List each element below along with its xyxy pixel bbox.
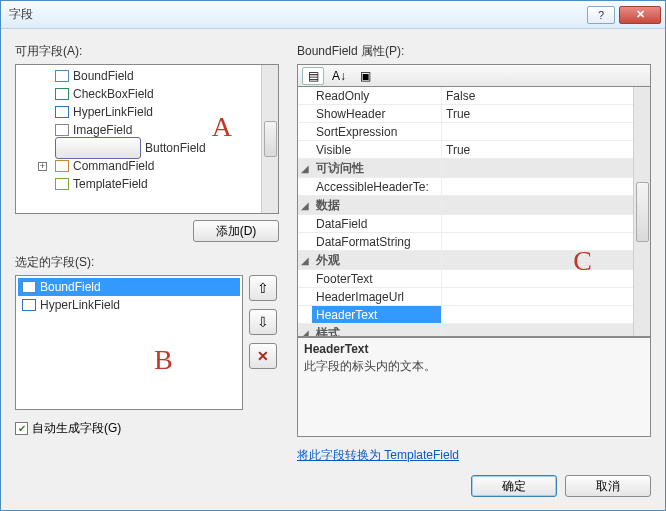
properties-label: BoundField 属性(P): (297, 43, 651, 60)
category-expander-icon (298, 87, 312, 104)
property-value[interactable] (442, 123, 633, 140)
field-type-icon (55, 70, 69, 82)
convert-templatefield-link[interactable]: 将此字段转换为 TemplateField (297, 447, 651, 464)
tree-item[interactable]: TemplateField (18, 175, 261, 193)
tree-item-label: HyperLinkField (73, 105, 153, 119)
property-row[interactable]: AccessibleHeaderTe: (298, 178, 633, 196)
dialog-footer: 确定 取消 (15, 464, 651, 500)
titlebar: 字段 ? ✕ (1, 1, 665, 29)
property-description-text: 此字段的标头内的文本。 (304, 358, 644, 375)
property-value (442, 251, 633, 269)
category-expander-icon (298, 233, 312, 250)
tree-expander-icon[interactable]: + (38, 162, 47, 171)
property-name: ReadOnly (312, 87, 442, 104)
main-area: 可用字段(A): BoundFieldCheckBoxFieldHyperLin… (15, 43, 651, 464)
property-grid[interactable]: ReadOnlyFalseShowHeaderTrueSortExpressio… (297, 87, 651, 337)
scroll-thumb[interactable] (636, 182, 649, 242)
category-expander-icon (298, 141, 312, 158)
property-name: Visible (312, 141, 442, 158)
property-name: HeaderText (312, 306, 442, 323)
property-row[interactable]: FooterText (298, 270, 633, 288)
ok-button[interactable]: 确定 (471, 475, 557, 497)
property-value[interactable]: False (442, 87, 633, 104)
autogen-checkbox[interactable]: ✔ (15, 422, 28, 435)
tree-item[interactable]: ButtonField (18, 139, 261, 157)
right-column: BoundField 属性(P): ▤ A↓ ▣ ReadOnlyFalseSh… (297, 43, 651, 464)
alpha-sort-button[interactable]: A↓ (328, 67, 350, 85)
property-name: HeaderImageUrl (312, 288, 442, 305)
property-row[interactable]: HeaderImageUrl (298, 288, 633, 306)
category-expander-icon[interactable]: ◢ (298, 196, 312, 214)
category-expander-icon[interactable]: ◢ (298, 251, 312, 269)
autogen-row: ✔ 自动生成字段(G) (15, 420, 279, 437)
property-category[interactable]: ◢样式 (298, 324, 633, 337)
move-down-button[interactable]: ⇩ (249, 309, 277, 335)
tree-item[interactable]: ImageField (18, 121, 261, 139)
field-type-icon (55, 124, 69, 136)
move-up-button[interactable]: ⇧ (249, 275, 277, 301)
tree-item[interactable]: +CommandField (18, 157, 261, 175)
property-row[interactable]: ShowHeaderTrue (298, 105, 633, 123)
tree-scrollbar[interactable] (261, 65, 278, 213)
property-pages-button[interactable]: ▣ (354, 67, 376, 85)
category-expander-icon[interactable]: ◢ (298, 324, 312, 337)
tree-item[interactable]: BoundField (18, 67, 261, 85)
category-expander-icon[interactable]: ◢ (298, 159, 312, 177)
add-button[interactable]: 添加(D) (193, 220, 279, 242)
property-name: 样式 (312, 324, 442, 337)
field-type-icon (22, 281, 36, 293)
property-value[interactable]: True (442, 105, 633, 122)
close-button[interactable]: ✕ (619, 6, 661, 24)
property-value[interactable] (442, 288, 633, 305)
property-category[interactable]: ◢可访问性 (298, 159, 633, 178)
delete-button[interactable]: ✕ (249, 343, 277, 369)
available-fields-label: 可用字段(A): (15, 43, 279, 60)
property-category[interactable]: ◢数据 (298, 196, 633, 215)
scroll-thumb[interactable] (264, 121, 277, 157)
list-item[interactable]: BoundField (18, 278, 240, 296)
tree-item[interactable]: HyperLinkField (18, 103, 261, 121)
left-column: 可用字段(A): BoundFieldCheckBoxFieldHyperLin… (15, 43, 279, 464)
category-expander-icon (298, 123, 312, 140)
category-expander-icon (298, 270, 312, 287)
tree-item-label: BoundField (73, 69, 134, 83)
list-item-label: BoundField (40, 280, 101, 294)
window-title: 字段 (9, 6, 33, 23)
property-name: FooterText (312, 270, 442, 287)
selected-fields-list[interactable]: BoundFieldHyperLinkField B (15, 275, 243, 410)
propertygrid-scrollbar[interactable] (633, 87, 650, 336)
cancel-button[interactable]: 取消 (565, 475, 651, 497)
property-category[interactable]: ◢外观 (298, 251, 633, 270)
field-type-icon (55, 137, 141, 159)
property-row[interactable]: DataField (298, 215, 633, 233)
help-button[interactable]: ? (587, 6, 615, 24)
category-expander-icon (298, 105, 312, 122)
property-value[interactable] (442, 306, 633, 323)
tree-item[interactable]: CheckBoxField (18, 85, 261, 103)
property-row[interactable]: ReadOnlyFalse (298, 87, 633, 105)
tree-item-label: ImageField (73, 123, 132, 137)
autogen-label: 自动生成字段(G) (32, 420, 121, 437)
property-value[interactable] (442, 233, 633, 250)
property-value[interactable]: True (442, 141, 633, 158)
propertygrid-toolbar: ▤ A↓ ▣ (297, 64, 651, 87)
property-row[interactable]: HeaderText (298, 306, 633, 324)
property-name: SortExpression (312, 123, 442, 140)
tree-item-label: TemplateField (73, 177, 148, 191)
category-expander-icon (298, 215, 312, 232)
client-area: 可用字段(A): BoundFieldCheckBoxFieldHyperLin… (1, 29, 665, 510)
category-expander-icon (298, 306, 312, 323)
property-value[interactable] (442, 215, 633, 232)
property-row[interactable]: DataFormatString (298, 233, 633, 251)
list-item[interactable]: HyperLinkField (18, 296, 240, 314)
property-row[interactable]: VisibleTrue (298, 141, 633, 159)
property-value[interactable] (442, 178, 633, 195)
property-name: ShowHeader (312, 105, 442, 122)
property-row[interactable]: SortExpression (298, 123, 633, 141)
property-value[interactable] (442, 270, 633, 287)
selected-fields-label: 选定的字段(S): (15, 254, 279, 271)
available-fields-tree[interactable]: BoundFieldCheckBoxFieldHyperLinkFieldIma… (15, 64, 279, 214)
categorized-view-button[interactable]: ▤ (302, 67, 324, 85)
property-name: AccessibleHeaderTe: (312, 178, 442, 195)
selected-fields-row: BoundFieldHyperLinkField B ⇧ ⇩ ✕ (15, 275, 279, 410)
